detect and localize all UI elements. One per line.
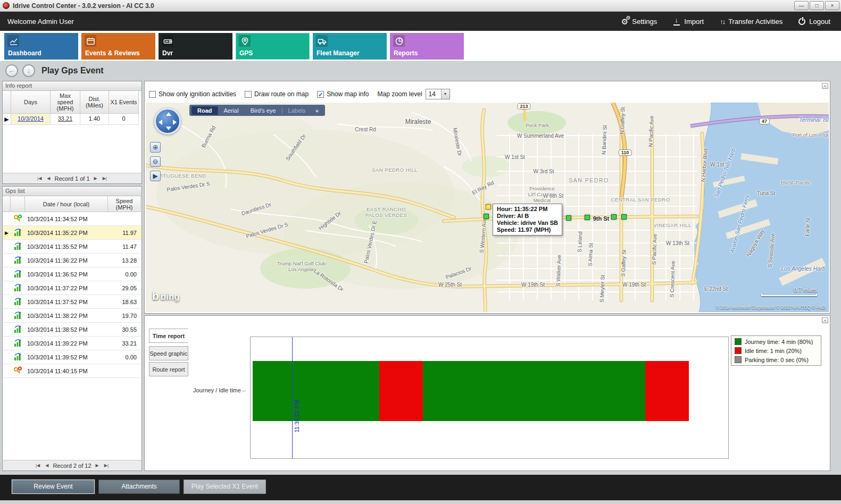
gps-date-cell: 10/3/2014 11:39:22 PM — [25, 340, 108, 347]
last-record-button[interactable]: ▶| — [103, 463, 110, 468]
maximize-button[interactable]: □ — [810, 1, 824, 10]
down-button[interactable]: ↓ — [22, 64, 35, 77]
route-point-marker[interactable] — [611, 214, 617, 220]
prev-record-button[interactable]: ◀ — [44, 463, 49, 468]
route-point-marker[interactable] — [484, 214, 489, 219]
ignition-off-icon — [11, 366, 25, 375]
last-record-button[interactable]: ▶| — [102, 176, 108, 181]
nav-tab-events-reviews[interactable]: Events & Reviews — [81, 33, 155, 60]
legend-swatch — [735, 338, 742, 345]
tab-route-report[interactable]: Route report — [149, 362, 188, 376]
map-options: Show only ignition activitiesDraw route … — [149, 90, 369, 98]
col-header-max-speed[interactable]: Max speed (MPH) — [51, 91, 80, 114]
gps-speed-cell: 19.70 — [108, 313, 141, 319]
max-speed-cell[interactable]: 33.21 — [58, 115, 73, 122]
map-compass-control[interactable] — [154, 108, 181, 135]
nav-tab-dashboard[interactable]: Dashboard — [4, 33, 78, 60]
col-header-x1-events[interactable]: X1 Events — [109, 91, 139, 114]
checkbox-icon[interactable]: ✓ — [317, 91, 324, 98]
map-tools-expand-button[interactable]: ▶ — [150, 171, 161, 181]
map-option-checked[interactable]: ✓Show map info — [317, 90, 369, 98]
route-point-marker[interactable] — [621, 214, 627, 220]
checkbox-icon[interactable] — [149, 91, 156, 98]
next-record-button[interactable]: ▶ — [93, 176, 98, 181]
checkbox-icon[interactable] — [245, 91, 252, 98]
gps-list-row[interactable]: 10/3/2014 11:39:52 PM0.00 — [3, 350, 141, 364]
map-view-road[interactable]: Road — [191, 106, 218, 115]
map-view-labels[interactable]: Labels — [282, 107, 311, 114]
nav-tab-reports[interactable]: Reports — [390, 33, 464, 60]
map-scale-bar — [761, 294, 817, 296]
gps-list-row[interactable]: 10/3/2014 11:36:22 PM13.28 — [3, 254, 141, 267]
gps-list-row[interactable]: 10/3/2014 11:37:22 PM29.05 — [3, 281, 141, 295]
gps-list-row[interactable]: 10/3/2014 11:37:52 PM18.63 — [3, 295, 141, 309]
col-header-speed[interactable]: Speed (MPH) — [108, 196, 141, 212]
map-view-aerial[interactable]: Aerial — [218, 107, 245, 114]
bing-b-icon: b — [152, 290, 159, 303]
route-point-marker[interactable] — [585, 215, 590, 220]
map-zoom-select[interactable]: 14 ▼ — [426, 89, 450, 99]
pan-right-icon[interactable] — [173, 120, 177, 125]
pan-up-icon[interactable] — [166, 112, 171, 116]
map-view-birds-eye[interactable]: Bird's eye — [245, 107, 282, 114]
tooltip-driver: Driver: AI B — [497, 213, 558, 220]
col-header-days[interactable]: Days — [11, 91, 51, 114]
map-zoom-label: Map zoom level — [378, 90, 422, 98]
import-button[interactable]: Import — [673, 18, 704, 26]
chevron-down-icon: ▼ — [441, 89, 449, 99]
map-zoom-in-button[interactable]: ⊕ — [150, 142, 161, 153]
transfer-icon: ↑↓ — [720, 18, 725, 26]
back-button[interactable]: ← — [5, 64, 18, 77]
tab-time-report[interactable]: Time report — [149, 329, 188, 343]
chart-cursor[interactable] — [292, 337, 293, 458]
nav-tab-dvr[interactable]: Dvr — [159, 33, 232, 60]
route-point-marker[interactable] — [486, 204, 491, 209]
settings-button[interactable]: ⚙⚙ Settings — [621, 18, 657, 26]
first-record-button[interactable]: |◀ — [35, 463, 41, 468]
col-header-date[interactable]: Date / hour (local) — [25, 196, 108, 212]
power-icon — [798, 18, 805, 25]
prev-record-button[interactable]: ◀ — [46, 176, 51, 181]
info-report-row[interactable]: ▶ 10/3/2014 33.21 1.40 0 — [3, 114, 141, 125]
gps-list-row[interactable]: 10/3/2014 11:35:52 PM11.47 — [3, 240, 141, 254]
gps-list-row[interactable]: 10/3/2014 11:36:52 PM0.00 — [3, 267, 141, 281]
gps-point-icon — [11, 270, 25, 279]
page-title-row: ← ↓ Play Gps Event — [0, 62, 841, 80]
tab-speed-graphic[interactable]: Speed graphic — [149, 346, 188, 360]
map-option-unchecked[interactable]: Draw route on map — [245, 90, 309, 98]
map-option-unchecked[interactable]: Show only ignition activities — [149, 90, 236, 98]
gps-list-row[interactable]: 10/3/2014 11:39:22 PM33.21 — [3, 337, 141, 350]
minimize-button[interactable]: — — [794, 1, 809, 10]
col-header-dist[interactable]: Dist. (Miles) — [80, 91, 109, 114]
route-point-marker[interactable] — [566, 215, 571, 221]
review-event-button[interactable]: Review Event — [12, 480, 95, 494]
gps-list-row[interactable]: 10/3/2014 11:38:52 PM30.55 — [3, 323, 141, 337]
map-zoom-value: 14 — [426, 90, 441, 98]
days-link[interactable]: 10/3/2014 — [18, 115, 44, 122]
gps-list-row[interactable]: 10/3/2014 11:38:22 PM19.70 — [3, 309, 141, 323]
gps-list-row[interactable]: 10/3/2014 11:40:15 PM — [3, 364, 141, 378]
first-record-button[interactable]: |◀ — [36, 176, 43, 181]
next-record-button[interactable]: ▶ — [95, 463, 100, 468]
gps-speed-cell: 0.00 — [108, 354, 141, 360]
close-button[interactable]: × — [825, 1, 839, 10]
gps-list-row[interactable]: ▶10/3/2014 11:35:22 PM11.97 — [3, 226, 141, 240]
collapse-chart-panel-button[interactable]: ▪ — [822, 317, 828, 323]
nav-tab-fleet-manager[interactable]: Fleet Manager — [313, 33, 387, 60]
nav-tab-gps[interactable]: GPS — [236, 33, 310, 60]
tooltip-hour: Hour: 11:35:22 PM — [497, 206, 558, 213]
gps-date-cell: 10/3/2014 11:40:15 PM — [25, 368, 108, 374]
map-canvas[interactable]: Road Aerial Bird's eye Labels « ⊕ ⊖ ▶ Ho… — [146, 103, 829, 312]
gps-point-icon — [11, 256, 25, 265]
pan-left-icon[interactable] — [159, 120, 162, 125]
x1-events-cell: 0 — [109, 114, 139, 125]
collapse-map-panel-button[interactable]: ▪ — [822, 83, 828, 89]
gps-date-cell: 10/3/2014 11:35:52 PM — [25, 243, 108, 250]
map-bar-collapse-button[interactable]: « — [311, 107, 323, 114]
logout-button[interactable]: Logout — [798, 18, 830, 26]
gps-list-row[interactable]: 10/3/2014 11:34:52 PM — [3, 212, 141, 226]
attachments-button[interactable]: Attachments — [98, 480, 180, 494]
transfer-activities-button[interactable]: ↑↓ Transfer Activities — [720, 18, 782, 26]
map-zoom-out-button[interactable]: ⊖ — [150, 156, 161, 167]
pan-down-icon[interactable] — [166, 127, 171, 130]
